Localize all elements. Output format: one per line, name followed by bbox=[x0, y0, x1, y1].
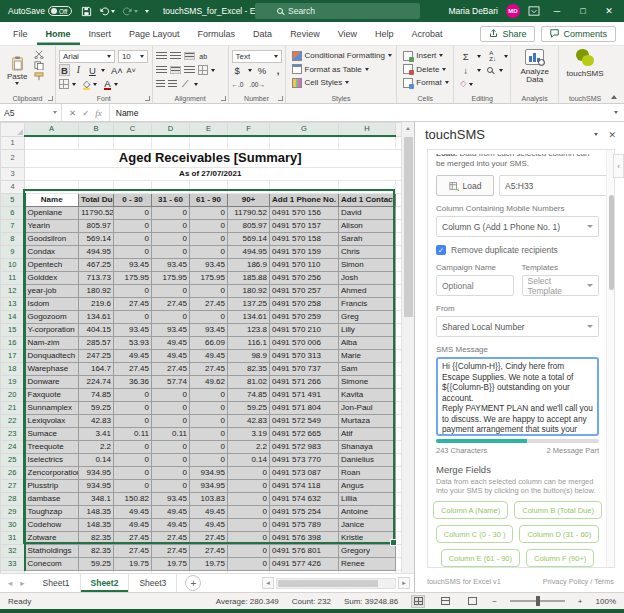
cell[interactable]: 0 bbox=[228, 531, 270, 544]
cell[interactable]: 93.45 bbox=[152, 492, 190, 505]
report-title[interactable]: Aged Receivables [Summary] bbox=[25, 149, 396, 167]
cell[interactable] bbox=[114, 136, 152, 149]
cell[interactable]: 934.95 bbox=[79, 466, 114, 479]
cell[interactable]: 57.74 bbox=[152, 375, 190, 388]
row-header-30[interactable]: 30 bbox=[1, 518, 25, 531]
status-count[interactable]: Count: 232 bbox=[292, 597, 331, 606]
merge-field-button[interactable]: Column E (61 - 90) bbox=[441, 549, 520, 567]
merge-field-button[interactable]: Column A (Name) bbox=[433, 501, 508, 519]
orientation-dropdown-icon[interactable] bbox=[194, 83, 198, 86]
cell[interactable]: 0 bbox=[114, 466, 152, 479]
from-select[interactable]: Shared Local Number bbox=[436, 316, 599, 337]
cell[interactable]: 0 bbox=[228, 492, 270, 505]
table-header-cell[interactable]: Add 1 Phone No. 1 bbox=[270, 193, 339, 206]
cell[interactable]: Kristie bbox=[339, 531, 396, 544]
cell[interactable]: Simon bbox=[339, 258, 396, 271]
table-header-cell[interactable]: 31 - 60 bbox=[152, 193, 190, 206]
cell[interactable]: 0491 570 256 bbox=[270, 271, 339, 284]
row-header-4[interactable]: 4 bbox=[1, 180, 25, 193]
cell[interactable] bbox=[25, 180, 79, 193]
cell[interactable]: 0 bbox=[190, 310, 228, 323]
cell[interactable]: 11790.52 bbox=[79, 206, 114, 219]
cell[interactable]: 494.95 bbox=[228, 245, 270, 258]
user-name[interactable]: Maria DeBari bbox=[448, 6, 498, 16]
cell[interactable]: Gregory bbox=[339, 544, 396, 557]
ribbon-tab-acrobat[interactable]: Acrobat bbox=[403, 22, 452, 45]
cell[interactable]: Yearin bbox=[25, 219, 79, 232]
new-sheet-button[interactable]: + bbox=[185, 575, 201, 591]
row-header-2[interactable]: 2 bbox=[1, 149, 25, 167]
cell[interactable]: 0 bbox=[152, 414, 190, 427]
merge-center-icon[interactable] bbox=[198, 65, 208, 75]
cell[interactable]: Josh bbox=[339, 271, 396, 284]
cell[interactable]: 180.92 bbox=[79, 284, 114, 297]
cell[interactable]: Opentech bbox=[25, 258, 79, 271]
row-header-13[interactable]: 13 bbox=[1, 297, 25, 310]
ribbon-tab-data[interactable]: Data bbox=[244, 22, 281, 45]
cell[interactable]: 0491 570 258 bbox=[270, 297, 339, 310]
row-header-16[interactable]: 16 bbox=[1, 336, 25, 349]
cell[interactable]: 0 bbox=[114, 401, 152, 414]
font-color-dropdown-icon[interactable] bbox=[114, 83, 118, 86]
cell[interactable]: Murtaza bbox=[339, 414, 396, 427]
load-button[interactable]: Load bbox=[436, 175, 494, 196]
fill-color-dropdown-icon[interactable] bbox=[93, 83, 97, 86]
alignment-dialog-launcher[interactable] bbox=[221, 96, 226, 101]
cell[interactable]: 53.93 bbox=[114, 336, 152, 349]
column-header-A[interactable]: A bbox=[25, 123, 79, 137]
format-painter-icon[interactable] bbox=[34, 72, 44, 81]
cell[interactable] bbox=[79, 570, 114, 573]
cell[interactable]: 0 bbox=[190, 245, 228, 258]
cell[interactable]: year-job bbox=[25, 284, 79, 297]
cell[interactable]: 27.45 bbox=[152, 362, 190, 375]
cell[interactable]: 175.95 bbox=[114, 271, 152, 284]
panel-scroll-thumb[interactable] bbox=[609, 195, 614, 290]
cell[interactable]: 0 bbox=[152, 232, 190, 245]
cell[interactable]: 0491 575 789 bbox=[270, 518, 339, 531]
cell[interactable]: 0491 570 157 bbox=[270, 219, 339, 232]
scroll-up-icon[interactable] bbox=[402, 122, 414, 135]
cell[interactable]: Warephase bbox=[25, 362, 79, 375]
share-button[interactable]: Share bbox=[480, 26, 535, 42]
cell[interactable]: Renee bbox=[339, 557, 396, 570]
cell[interactable] bbox=[25, 136, 79, 149]
table-header-cell[interactable]: Total Due bbox=[79, 193, 114, 206]
cell[interactable]: 49.45 bbox=[152, 336, 190, 349]
row-header-6[interactable]: 6 bbox=[1, 206, 25, 219]
sheet-tab-sheet1[interactable]: Sheet1 bbox=[33, 574, 81, 592]
paste-dropdown-icon[interactable] bbox=[15, 82, 19, 85]
undo-button[interactable] bbox=[99, 6, 115, 16]
cell[interactable] bbox=[152, 136, 190, 149]
cell[interactable]: 0 bbox=[152, 401, 190, 414]
cell[interactable]: 0 bbox=[114, 206, 152, 219]
insert-function-icon[interactable]: fx bbox=[95, 108, 102, 118]
cell[interactable]: 0 bbox=[190, 219, 228, 232]
underline-button[interactable]: U bbox=[87, 64, 98, 76]
cell[interactable]: 0 bbox=[114, 232, 152, 245]
cell[interactable]: 0 bbox=[114, 310, 152, 323]
format-as-table-button[interactable]: Format as Table bbox=[292, 63, 394, 77]
cell[interactable]: 93.45 bbox=[114, 258, 152, 271]
cell[interactable]: 0491 570 259 bbox=[270, 310, 339, 323]
font-size-combo[interactable]: 10 bbox=[118, 50, 148, 63]
cell[interactable]: 123.8 bbox=[228, 323, 270, 336]
column-header-B[interactable]: B bbox=[79, 123, 114, 137]
cell[interactable]: 175.95 bbox=[152, 271, 190, 284]
font-dialog-launcher[interactable] bbox=[145, 96, 150, 101]
cell[interactable]: 0491 570 156 bbox=[270, 206, 339, 219]
cell[interactable]: 247.25 bbox=[79, 349, 114, 362]
analyze-data-button[interactable]: Analyze Data bbox=[514, 49, 555, 84]
cell[interactable]: 0.11 bbox=[114, 427, 152, 440]
cell[interactable]: 59.25 bbox=[228, 401, 270, 414]
panel-scrollbar[interactable] bbox=[606, 150, 614, 567]
enter-formula-icon[interactable]: ✓ bbox=[82, 108, 89, 118]
cell[interactable]: 49.45 bbox=[152, 518, 190, 531]
cell[interactable]: 116.1 bbox=[228, 336, 270, 349]
cell[interactable]: 93.45 bbox=[190, 258, 228, 271]
normal-view-button[interactable] bbox=[411, 595, 425, 608]
cell[interactable]: 0491 570 257 bbox=[270, 284, 339, 297]
report-subtitle[interactable]: As of 27/07/2021 bbox=[25, 167, 396, 180]
ribbon-tab-home[interactable]: Home bbox=[37, 22, 80, 45]
cell[interactable]: 2.2 bbox=[228, 440, 270, 453]
cell[interactable]: Conecom bbox=[25, 557, 79, 570]
